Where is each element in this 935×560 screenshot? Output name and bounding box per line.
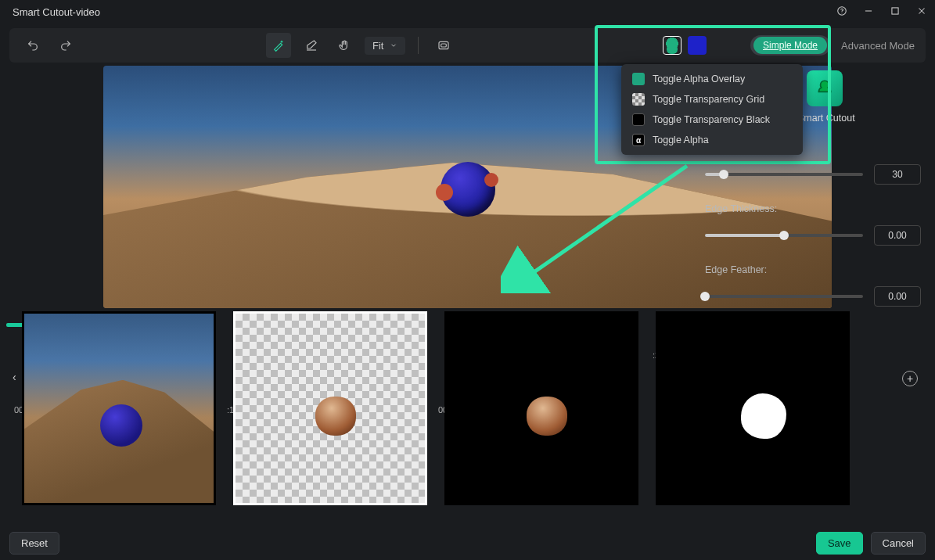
close-icon[interactable]: [916, 5, 927, 19]
person-icon: [632, 73, 645, 85]
svg-point-1: [841, 13, 842, 13]
preview-thumbnails: [9, 311, 926, 515]
black-swatch-icon: [632, 113, 645, 126]
edge-feather-value[interactable]: 0.00: [874, 286, 921, 307]
save-button[interactable]: Save: [816, 532, 863, 555]
checker-icon: [632, 93, 645, 106]
cutout-subject: [441, 162, 495, 217]
preview-swatch-color[interactable]: [688, 36, 707, 55]
footer: Reset Save Cancel: [0, 526, 935, 560]
brush-size-value[interactable]: 30: [874, 164, 921, 185]
svg-rect-8: [441, 44, 447, 47]
reset-button[interactable]: Reset: [9, 532, 59, 555]
magic-brush-tool[interactable]: [266, 33, 291, 58]
maximize-icon[interactable]: [890, 5, 901, 19]
alpha-icon: α: [632, 134, 645, 146]
pan-tool[interactable]: [332, 33, 357, 58]
smart-cutout-tile[interactable]: [807, 70, 843, 106]
preview-mode-swatches: [663, 36, 707, 55]
window-title: Smart Cutout-video: [13, 6, 836, 18]
zoom-value: Fit: [372, 40, 383, 52]
mode-simple[interactable]: Simple Mode: [753, 37, 827, 54]
cancel-button[interactable]: Cancel: [871, 532, 926, 555]
thumbnail-alpha[interactable]: [656, 311, 850, 505]
edge-thickness-label: Edge Thickness:: [705, 203, 921, 214]
edge-thickness-value[interactable]: 0.00: [874, 225, 921, 246]
zoom-select[interactable]: Fit: [365, 37, 405, 55]
toolbar: Fit Simple Mode Advanced Mode: [9, 28, 926, 63]
help-icon[interactable]: [836, 5, 847, 19]
edge-feather-slider[interactable]: [705, 295, 863, 298]
undo-button[interactable]: [20, 33, 45, 58]
brush-size-slider[interactable]: [705, 173, 863, 176]
chevron-down-icon: [390, 41, 397, 49]
dropdown-item-transparency-black[interactable]: Toggle Transparency Black: [621, 109, 803, 130]
smart-cutout-label: Smart Cutout: [797, 113, 921, 124]
compare-button[interactable]: [431, 33, 456, 58]
dropdown-item-transparency-grid[interactable]: Toggle Transparency Grid: [621, 89, 803, 109]
eraser-tool[interactable]: [299, 33, 324, 58]
svg-rect-7: [439, 41, 448, 48]
mode-advanced[interactable]: Advanced Mode: [841, 40, 915, 52]
minimize-icon[interactable]: [863, 5, 874, 19]
thumbnail-alpha-overlay[interactable]: [22, 311, 216, 505]
svg-rect-3: [892, 7, 898, 13]
preview-mode-dropdown[interactable]: Toggle Alpha Overlay Toggle Transparency…: [621, 64, 803, 155]
edge-thickness-slider[interactable]: [705, 234, 863, 237]
thumbnail-transparency-black[interactable]: [444, 311, 638, 505]
mode-toggle: Simple Mode Advanced Mode: [750, 35, 915, 56]
dropdown-item-alpha[interactable]: α Toggle Alpha: [621, 130, 803, 150]
toolbar-divider: [418, 37, 419, 54]
edge-feather-label: Edge Feather:: [705, 264, 921, 275]
dropdown-item-alpha-overlay[interactable]: Toggle Alpha Overlay: [621, 69, 803, 89]
titlebar: Smart Cutout-video: [0, 0, 935, 23]
thumbnail-transparency-grid[interactable]: [233, 311, 427, 505]
preview-swatch-overlay[interactable]: [663, 36, 681, 55]
redo-button[interactable]: [53, 33, 78, 58]
